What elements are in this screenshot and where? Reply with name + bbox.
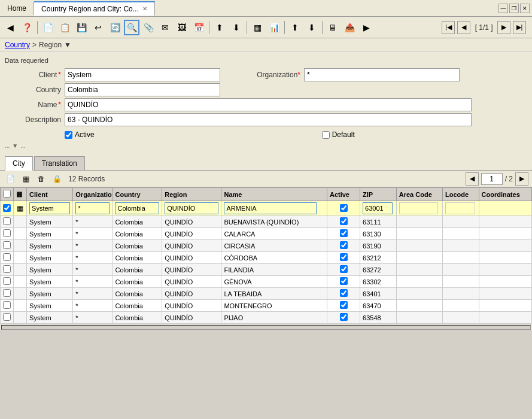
close-btn[interactable]: ✕ xyxy=(520,4,530,13)
toolbar-attach-btn[interactable]: 📎 xyxy=(141,20,156,35)
row-checkbox[interactable] xyxy=(3,229,11,237)
default-checkbox[interactable] xyxy=(322,131,330,139)
row-checkbox[interactable] xyxy=(3,204,11,212)
toolbar-mail-btn[interactable]: ✉ xyxy=(157,20,173,35)
cell-name-input[interactable] xyxy=(224,202,317,214)
toolbar-refresh-btn[interactable]: 🔄 xyxy=(107,20,123,35)
cell-zip-input[interactable] xyxy=(363,202,393,214)
expand-mid-btn[interactable]: ▼ xyxy=(12,142,18,149)
grid-scroll-area[interactable]: ▦ Client Organization Country Region Nam… xyxy=(0,187,532,324)
toolbar-find-btn[interactable]: 🔍 xyxy=(124,20,139,35)
row-checkbox[interactable] xyxy=(3,241,11,249)
cell-country: Colombia xyxy=(113,252,162,264)
toolbar-help-btn[interactable]: ❓ xyxy=(19,20,35,35)
restore-btn[interactable]: ❐ xyxy=(509,4,519,13)
row-checkbox[interactable] xyxy=(3,301,11,309)
cell-org: * xyxy=(73,216,113,228)
toolbar-navup-btn[interactable]: ⬆ xyxy=(287,20,303,35)
cell-country-input[interactable] xyxy=(115,202,159,214)
cell-org xyxy=(73,201,113,216)
cell-org-input[interactable] xyxy=(75,202,110,214)
cell-active-checkbox[interactable] xyxy=(340,229,348,237)
country-input[interactable] xyxy=(65,83,220,96)
toolbar-import-btn[interactable]: ▶ xyxy=(358,20,374,35)
close-tab-btn[interactable]: ✕ xyxy=(142,5,147,12)
grid-grid-btn[interactable]: ▦ xyxy=(19,172,32,186)
cell-region: QUINDÍO xyxy=(162,276,221,288)
th-active: Active xyxy=(327,188,360,201)
expand-left-btn[interactable]: ... xyxy=(5,142,10,149)
cell-active-checkbox[interactable] xyxy=(340,217,348,225)
active-cb-item: Active xyxy=(65,130,95,139)
toolbar-undo-btn[interactable]: ↩ xyxy=(90,20,106,35)
cell-region-input[interactable] xyxy=(165,202,218,214)
toolbar-report-btn[interactable]: 🖼 xyxy=(174,20,190,35)
grid-lock-btn[interactable]: 🔒 xyxy=(50,172,63,186)
row-checkbox[interactable] xyxy=(3,289,11,297)
toolbar-export-btn[interactable]: 📤 xyxy=(342,20,357,35)
cell-area xyxy=(396,300,442,312)
cell-region: QUINDÍO xyxy=(162,288,221,300)
desc-input[interactable] xyxy=(65,113,472,126)
last-page-btn[interactable]: ▶| xyxy=(513,21,526,34)
cell-country: Colombia xyxy=(113,228,162,240)
expand-right-btn[interactable]: ... xyxy=(20,142,25,149)
cell-client xyxy=(27,201,73,216)
toolbar-chart-btn[interactable]: 📊 xyxy=(266,20,282,35)
org-input[interactable] xyxy=(304,68,460,81)
cell-active-checkbox[interactable] xyxy=(340,241,348,249)
toolbar-monitor-btn[interactable]: 🖥 xyxy=(325,20,341,35)
h-scrollbar[interactable] xyxy=(1,325,531,330)
row-checkbox[interactable] xyxy=(3,277,11,285)
row-checkbox[interactable] xyxy=(3,313,11,321)
toolbar-new-btn[interactable]: 📄 xyxy=(40,20,56,35)
row-checkbox[interactable] xyxy=(3,265,11,273)
table-row: System*ColombiaQUINDÍOPIJAO63548 xyxy=(1,312,532,324)
cell-locode-input[interactable] xyxy=(445,202,475,214)
cell-active-checkbox[interactable] xyxy=(340,289,348,297)
active-checkbox[interactable] xyxy=(65,131,72,139)
toolbar-copy-btn[interactable]: 📋 xyxy=(57,20,72,35)
next-page-btn[interactable]: ▶ xyxy=(497,21,510,34)
tab-translation[interactable]: Translation xyxy=(34,156,85,170)
toolbar-back-btn[interactable]: ◀ xyxy=(2,20,18,35)
minimize-btn[interactable]: — xyxy=(498,4,508,13)
toolbar-down-btn[interactable]: ⬇ xyxy=(229,20,244,35)
cell-active-checkbox[interactable] xyxy=(340,253,348,261)
row-checkbox[interactable] xyxy=(3,217,11,225)
grid-del-btn[interactable]: 🗑 xyxy=(35,172,48,186)
select-all-checkbox[interactable] xyxy=(3,190,11,198)
prev-page-btn[interactable]: ◀ xyxy=(457,21,470,34)
row-edit-icon[interactable]: ▦ xyxy=(17,204,23,212)
toolbar-grid-btn[interactable]: ▦ xyxy=(250,20,265,35)
cell-active-checkbox[interactable] xyxy=(340,277,348,285)
cell-active-checkbox[interactable] xyxy=(340,265,348,273)
grid-new-btn[interactable]: 📄 xyxy=(4,172,17,186)
grid-page-input[interactable] xyxy=(481,173,503,185)
cell-locode xyxy=(442,312,479,324)
toolbar-calendar-btn[interactable]: 📅 xyxy=(191,20,206,35)
cell-client-input[interactable] xyxy=(29,202,70,214)
cell-area-input[interactable] xyxy=(399,202,438,214)
toolbar-up-btn[interactable]: ⬆ xyxy=(212,20,227,35)
cell-active-checkbox[interactable] xyxy=(340,313,348,321)
row-checkbox[interactable] xyxy=(3,253,11,261)
grid-prev-btn[interactable]: ◀ xyxy=(466,172,479,186)
name-label: Name xyxy=(5,101,65,109)
breadcrumb-dropdown-icon[interactable]: ▼ xyxy=(64,41,71,49)
toolbar-navdown-btn[interactable]: ⬇ xyxy=(304,20,320,35)
tab-city[interactable]: City xyxy=(5,156,33,171)
cell-active-checkbox[interactable] xyxy=(340,204,348,212)
cell-zip xyxy=(360,201,397,216)
breadcrumb-country-link[interactable]: Country xyxy=(5,41,30,49)
name-input[interactable] xyxy=(65,98,472,111)
cell-zip: 63470 xyxy=(360,300,397,312)
client-input[interactable] xyxy=(65,68,220,81)
home-tab[interactable]: Home xyxy=(0,2,34,15)
cell-active-checkbox[interactable] xyxy=(340,301,348,309)
cell-client: System xyxy=(27,252,73,264)
first-page-btn[interactable]: |◀ xyxy=(442,21,455,34)
active-tab[interactable]: Country Region and City: Co... ✕ xyxy=(34,1,155,16)
grid-next-btn[interactable]: ▶ xyxy=(515,172,528,186)
toolbar-save-btn[interactable]: 💾 xyxy=(74,20,89,35)
